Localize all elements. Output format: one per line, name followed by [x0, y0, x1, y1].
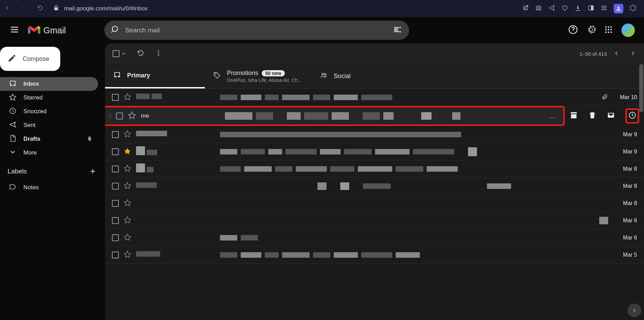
sidebar-item-starred[interactable]: Starred	[0, 91, 98, 105]
promotions-badge: 50 new	[262, 70, 285, 76]
send-icon[interactable]	[548, 4, 555, 13]
star-icon[interactable]	[124, 130, 131, 139]
email-row-highlighted[interactable]: ⠿ me ...	[105, 106, 565, 126]
search-icon[interactable]	[111, 25, 120, 35]
row-checkbox[interactable]	[112, 200, 119, 207]
row-checkbox[interactable]	[112, 94, 119, 101]
star-icon[interactable]	[124, 182, 131, 191]
email-row[interactable]: Mar 8	[105, 195, 644, 212]
sidebar-item-label: Notes	[23, 184, 39, 191]
tab-social[interactable]: Social	[312, 64, 412, 88]
search-bar[interactable]	[104, 21, 409, 40]
archive-icon[interactable]	[570, 111, 578, 121]
sidebar-item-snoozed[interactable]: Snoozed	[0, 105, 98, 118]
row-checkbox[interactable]	[112, 252, 119, 258]
prev-page-icon[interactable]	[613, 50, 620, 58]
svg-point-9	[610, 29, 612, 30]
email-row[interactable]: Mar 8	[105, 160, 644, 178]
apps-icon[interactable]	[604, 25, 613, 35]
star-icon[interactable]	[124, 164, 131, 173]
search-input[interactable]	[125, 26, 388, 34]
select-all-checkbox[interactable]	[113, 50, 120, 57]
tab-promotions[interactable]: Promotions 50 new OnePlus, Isha Life, Ak…	[205, 64, 312, 88]
drafts-count: 6	[88, 136, 91, 142]
next-page-icon[interactable]	[630, 50, 636, 58]
download-icon[interactable]	[574, 4, 581, 13]
reload-icon[interactable]	[37, 5, 43, 12]
support-icon[interactable]	[568, 25, 578, 36]
add-label-icon[interactable]: +	[90, 166, 95, 177]
email-row[interactable]: Mar 9	[105, 143, 644, 160]
email-row[interactable]: Mar 6	[105, 212, 644, 229]
tab-label: Social	[334, 73, 351, 80]
row-date: Mar 8	[613, 200, 637, 206]
sidebar-item-more[interactable]: More	[0, 146, 98, 160]
back-icon[interactable]	[4, 5, 10, 12]
settings-icon[interactable]	[586, 25, 596, 36]
side-panel-toggle[interactable]	[627, 303, 641, 317]
scrollbar[interactable]	[639, 64, 643, 112]
camera-icon[interactable]	[535, 4, 542, 13]
refresh-icon[interactable]	[137, 49, 144, 58]
sidebar-label-notes[interactable]: Notes	[0, 181, 98, 194]
row-checkbox[interactable]	[112, 234, 119, 241]
reader-icon[interactable]	[588, 4, 594, 13]
email-row[interactable]: Mar 10	[105, 89, 644, 106]
sidebar-item-sent[interactable]: Sent	[0, 118, 98, 132]
heart-icon[interactable]	[561, 4, 568, 13]
subject-preview	[225, 112, 545, 120]
row-checkbox[interactable]	[112, 217, 119, 224]
row-checkbox[interactable]	[112, 166, 119, 172]
row-date: Mar 8	[613, 183, 637, 189]
star-icon[interactable]	[124, 216, 131, 225]
sidebar-item-inbox[interactable]: Inbox	[0, 77, 98, 91]
tune-icon[interactable]	[601, 4, 607, 13]
email-row[interactable]: Mar 5	[105, 246, 644, 264]
main-menu-icon[interactable]	[6, 21, 23, 39]
select-all[interactable]	[113, 50, 126, 57]
chevron-down-icon[interactable]	[121, 51, 126, 56]
subject-preview	[220, 182, 608, 190]
row-checkbox[interactable]	[112, 183, 119, 190]
email-row[interactable]: Mar 9	[105, 126, 644, 143]
account-avatar[interactable]	[621, 23, 635, 37]
list-toolbar: 1–50 of 413	[105, 43, 644, 64]
more-icon[interactable]	[155, 49, 162, 58]
chevron-down-icon	[9, 148, 17, 158]
svg-point-18	[322, 73, 324, 75]
snooze-icon[interactable]	[625, 108, 639, 124]
lock-icon[interactable]	[53, 5, 59, 13]
star-icon[interactable]	[124, 250, 131, 259]
search-options-icon[interactable]	[393, 25, 402, 35]
extensions-icon[interactable]	[630, 4, 636, 13]
app-header: Gmail	[0, 17, 644, 43]
gmail-logo[interactable]: Gmail	[27, 25, 66, 36]
delete-icon[interactable]	[588, 111, 596, 121]
compose-button[interactable]: Compose	[0, 47, 60, 71]
url-text[interactable]: mail.google.com/mail/u/0/#inbox	[64, 5, 148, 12]
browser-profile-icon[interactable]	[614, 4, 623, 13]
row-checkbox[interactable]	[112, 131, 119, 138]
subject-preview	[220, 95, 596, 100]
sidebar-item-drafts[interactable]: Drafts 6	[0, 132, 98, 146]
row-checkbox[interactable]	[112, 148, 119, 155]
svg-point-11	[608, 31, 609, 33]
star-icon[interactable]	[124, 93, 131, 102]
pagination-range: 1–50 of 413	[580, 51, 607, 57]
svg-point-6	[610, 26, 612, 28]
star-icon[interactable]	[128, 111, 136, 121]
svg-point-4	[605, 26, 606, 28]
tab-primary[interactable]: Primary	[105, 64, 205, 88]
star-icon[interactable]	[124, 199, 131, 208]
share-icon[interactable]	[522, 4, 529, 13]
people-icon	[320, 72, 328, 81]
star-icon[interactable]	[124, 147, 131, 156]
overflow-icon: ...	[550, 112, 557, 120]
row-checkbox[interactable]	[116, 113, 123, 119]
star-icon[interactable]	[124, 233, 131, 242]
forward-icon[interactable]	[21, 5, 27, 12]
mark-unread-icon[interactable]	[607, 111, 615, 121]
email-row[interactable]: Mar 6	[105, 229, 644, 246]
email-row[interactable]: Mar 8	[105, 178, 644, 195]
drag-handle-icon[interactable]: ⠿	[108, 113, 111, 119]
